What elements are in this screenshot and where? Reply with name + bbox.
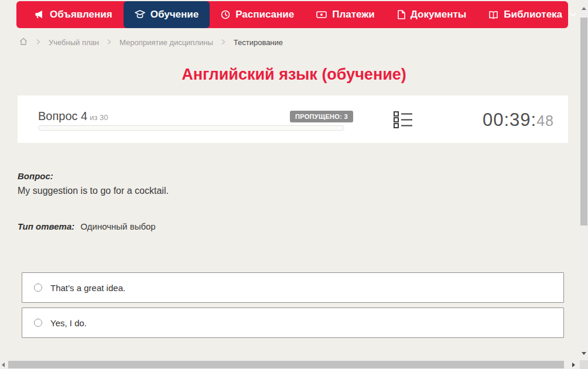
breadcrumb-item-discipline-event[interactable]: Мероприятие дисциплины xyxy=(119,38,213,47)
horizontal-scrollbar[interactable] xyxy=(0,360,580,369)
timer-seconds: 48 xyxy=(536,112,554,129)
chevron-down-icon xyxy=(570,13,576,17)
answer-option-text: Yes, I do. xyxy=(50,318,87,328)
answer-option[interactable]: Yes, I do. xyxy=(22,308,564,338)
nav-item-label: Документы xyxy=(411,9,467,20)
answer-option-text: That’s a great idea. xyxy=(50,283,125,293)
answer-type-row: Тип ответа: Одиночный выбор xyxy=(18,221,156,231)
clock-icon xyxy=(221,10,230,19)
question-text: My suggestion is to go for a cocktail. xyxy=(18,186,169,196)
answer-type-value: Одиночный выбор xyxy=(80,221,155,231)
graduation-cap-icon xyxy=(135,10,145,19)
radio-button-icon[interactable] xyxy=(34,319,42,327)
vertical-scrollbar-thumb[interactable] xyxy=(580,18,587,226)
banknote-icon xyxy=(316,11,327,19)
scrollbar-corner xyxy=(580,360,588,369)
page-title: Английский язык (обучение) xyxy=(0,66,588,84)
open-book-icon xyxy=(488,11,498,19)
breadcrumb-item-testing: Тестирование xyxy=(234,38,283,47)
skipped-badge: ПРОПУЩЕНО: 3 xyxy=(290,111,353,122)
answer-type-label: Тип ответа: xyxy=(18,221,74,231)
question-total: из 30 xyxy=(90,113,108,122)
nav-item-schedule[interactable]: Расписание xyxy=(210,1,305,28)
document-icon xyxy=(397,10,405,19)
nav-item-label: Объявления xyxy=(50,9,112,20)
main-navbar: Объявления Обучение Расписание Платежи Д… xyxy=(16,1,568,28)
scroll-up-arrow-icon[interactable] xyxy=(582,7,586,10)
chevron-right-icon xyxy=(221,38,226,47)
question-header-card: Вопрос 4из 30 ПРОПУЩЕНО: 3 00:39:48 xyxy=(18,95,568,143)
home-icon[interactable] xyxy=(19,37,28,48)
question-label: Вопрос: xyxy=(18,171,53,181)
nav-item-documents[interactable]: Документы xyxy=(386,1,478,28)
question-list-icon[interactable] xyxy=(394,111,413,131)
nav-item-payments[interactable]: Платежи xyxy=(305,1,386,28)
scroll-left-arrow-icon[interactable] xyxy=(2,363,5,367)
question-counter: Вопрос 4из 30 xyxy=(38,110,108,123)
answer-option[interactable]: That’s a great idea. xyxy=(22,272,564,303)
nav-item-library[interactable]: Библиотека xyxy=(477,1,587,28)
nav-item-label: Библиотека xyxy=(504,9,562,20)
nav-item-label: Обучение xyxy=(151,9,199,20)
timer-hours-minutes: 00:39: xyxy=(483,110,536,130)
scroll-down-arrow-icon[interactable] xyxy=(582,352,586,355)
radio-button-icon[interactable] xyxy=(34,283,42,292)
nav-item-training[interactable]: Обучение xyxy=(124,1,210,28)
chevron-right-icon xyxy=(107,38,112,47)
scroll-right-arrow-icon[interactable] xyxy=(572,363,575,367)
breadcrumb: Учебный план Мероприятие дисциплины Тест… xyxy=(19,37,283,48)
nav-item-announcements[interactable]: Объявления xyxy=(23,1,124,28)
vertical-scrollbar[interactable] xyxy=(580,0,588,360)
question-progress-bar xyxy=(38,125,344,131)
megaphone-icon xyxy=(35,10,45,19)
horizontal-scrollbar-thumb[interactable] xyxy=(8,361,564,368)
question-number: Вопрос 4 xyxy=(38,110,87,122)
breadcrumb-item-curriculum[interactable]: Учебный план xyxy=(49,38,99,47)
nav-item-label: Расписание xyxy=(235,9,294,20)
nav-item-label: Платежи xyxy=(332,9,375,20)
chevron-right-icon xyxy=(36,38,41,47)
test-timer: 00:39:48 xyxy=(483,110,554,131)
